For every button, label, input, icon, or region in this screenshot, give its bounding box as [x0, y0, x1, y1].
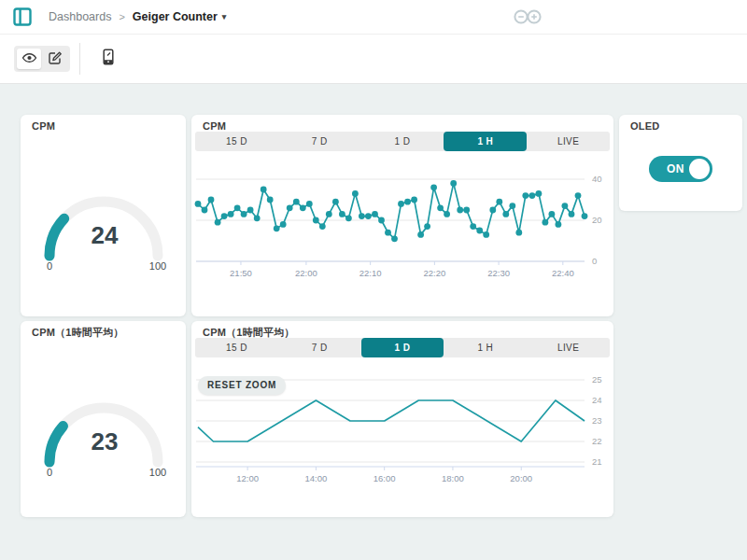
dashboard-grid: CPM 24 0 100 CPM（1時間平均） 23 0 100 CPM 15	[0, 84, 747, 560]
toggle-state-label: ON	[667, 162, 684, 175]
gauge-min-label: 0	[46, 260, 51, 272]
time-range-tab-1-h[interactable]: 1 H	[444, 132, 527, 151]
y-tick-label: 23	[592, 415, 602, 426]
y-tick-label: 24	[592, 395, 602, 405]
breadcrumb-separator: >	[119, 11, 124, 22]
x-tick-label: 22:20	[423, 268, 445, 278]
line-chart-cpm[interactable]: 4020021:5022:0022:1022:2022:3022:40	[196, 168, 613, 282]
x-tick-label: 12:00	[236, 473, 259, 483]
smartphone-icon	[101, 49, 116, 70]
arduino-infinity-logo	[512, 7, 543, 30]
x-tick-label: 14:00	[305, 473, 328, 483]
breadcrumb: Dashboards > Geiger Counter ▾	[49, 0, 226, 34]
x-tick-label: 20:00	[510, 473, 532, 483]
oled-toggle-switch[interactable]: ON	[649, 156, 712, 182]
y-tick-label: 22	[592, 436, 602, 446]
sidebar-toggle-button[interactable]	[13, 7, 32, 26]
dashboard-name-dropdown[interactable]: Geiger Counter ▾	[133, 10, 227, 23]
time-range-tab-1-d[interactable]: 1 D	[361, 132, 444, 151]
x-tick-label: 22:00	[295, 268, 317, 278]
dashboard-toolbar	[0, 35, 747, 84]
mobile-preview-button[interactable]	[96, 47, 120, 71]
widget-chart-cpm-avg: CPM（1時間平均） 15 D7 D1 D1 HLIVE RESET ZOOM …	[191, 321, 613, 517]
time-range-tab-1-h[interactable]: 1 H	[444, 338, 527, 357]
toggle-knob	[689, 159, 710, 179]
reset-zoom-button[interactable]: RESET ZOOM	[198, 376, 286, 395]
gauge-value: 23	[91, 427, 118, 455]
time-range-tab-15-d[interactable]: 15 D	[195, 132, 278, 151]
column-middle: CPM 15 D7 D1 D1 HLIVE 4020021:5022:0022:…	[191, 115, 613, 560]
x-tick-label: 22:40	[552, 268, 574, 278]
panel-left-icon	[13, 15, 32, 29]
widget-title: CPM	[32, 120, 175, 132]
view-mode-group	[14, 46, 70, 72]
dashboard-name: Geiger Counter	[133, 10, 218, 23]
y-tick-label: 21	[592, 456, 602, 467]
column-left: CPM 24 0 100 CPM（1時間平均） 23 0 100	[21, 115, 186, 560]
time-range-tabs: 15 D7 D1 D1 HLIVE	[195, 132, 610, 151]
widget-title: OLED	[630, 120, 731, 132]
time-range-tab-live[interactable]: LIVE	[527, 338, 610, 357]
time-range-tab-15-d[interactable]: 15 D	[195, 338, 278, 357]
x-tick-label: 22:30	[487, 268, 510, 278]
x-tick-label: 16:00	[374, 473, 396, 483]
y-tick-label: 40	[592, 174, 602, 184]
breadcrumb-dashboards-link[interactable]: Dashboards	[49, 10, 111, 23]
x-tick-label: 22:10	[359, 268, 382, 278]
edit-mode-button[interactable]	[43, 49, 67, 69]
y-tick-label: 25	[592, 374, 602, 385]
gauge-max-label: 100	[148, 467, 165, 478]
time-range-tab-1-d[interactable]: 1 D	[361, 338, 444, 357]
top-bar: Dashboards > Geiger Counter ▾	[0, 0, 747, 35]
toolbar-divider	[79, 43, 80, 75]
widget-toggle-oled: OLED ON	[619, 115, 742, 211]
view-mode-button[interactable]	[17, 49, 41, 69]
widget-gauge-cpm: CPM 24 0 100	[21, 115, 186, 316]
time-range-tabs: 15 D7 D1 D1 HLIVE	[195, 338, 610, 357]
chart-area: RESET ZOOM 252423222112:0014:0016:0018:0…	[196, 371, 613, 487]
gauge-fill	[49, 427, 63, 462]
eye-icon	[21, 50, 37, 68]
y-tick-label: 0	[592, 256, 597, 266]
caret-down-icon: ▾	[222, 12, 227, 21]
time-range-tab-7-d[interactable]: 7 D	[278, 132, 361, 151]
column-right: OLED ON	[619, 115, 742, 560]
time-range-tab-7-d[interactable]: 7 D	[278, 338, 361, 357]
gauge-max-label: 100	[148, 260, 165, 272]
widget-title: CPM（1時間平均）	[203, 327, 602, 338]
gauge-cpm: 24 0 100	[34, 183, 174, 273]
gauge-fill	[49, 218, 64, 256]
x-tick-label: 21:50	[230, 268, 252, 278]
pencil-square-icon	[48, 50, 63, 68]
y-tick-label: 20	[592, 215, 602, 225]
gauge-cpm-avg: 23 0 100	[34, 389, 174, 479]
chart-area: 4020021:5022:0022:1022:2022:3022:40	[196, 168, 613, 282]
widget-title: CPM	[203, 120, 602, 132]
gauge-min-label: 0	[46, 467, 51, 478]
gauge-value: 24	[91, 221, 118, 249]
x-tick-label: 18:00	[442, 473, 464, 483]
widget-chart-cpm: CPM 15 D7 D1 D1 HLIVE 4020021:5022:0022:…	[191, 115, 613, 316]
widget-title: CPM（1時間平均）	[32, 327, 175, 338]
widget-gauge-cpm-avg: CPM（1時間平均） 23 0 100	[21, 321, 186, 517]
time-range-tab-live[interactable]: LIVE	[527, 132, 610, 151]
